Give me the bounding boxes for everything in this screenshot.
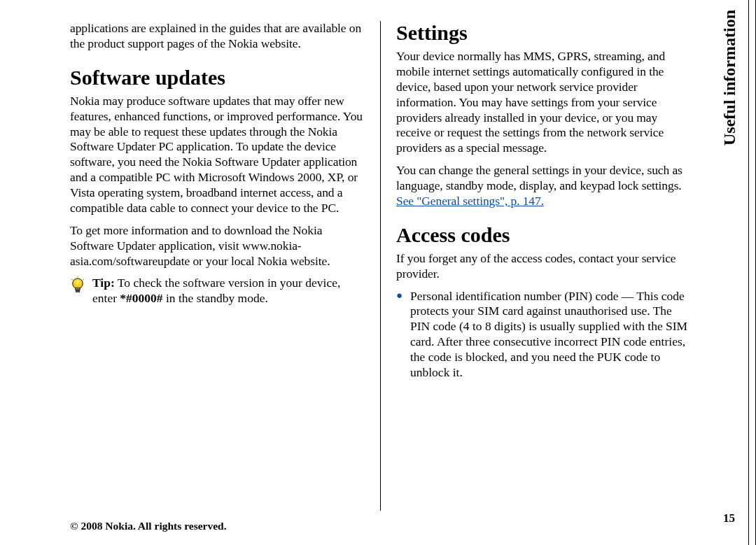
svg-line-3 xyxy=(71,279,74,281)
svg-rect-1 xyxy=(76,288,80,290)
svg-rect-2 xyxy=(76,290,80,292)
settings-para-1: Your device normally has MMS, GPRS, stre… xyxy=(396,49,690,156)
left-column: applications are explained in the guides… xyxy=(70,21,380,511)
tip-text: Tip: To check the software version in yo… xyxy=(92,276,365,306)
lightbulb-icon xyxy=(70,276,85,296)
right-column: Settings Your device normally has MMS, G… xyxy=(380,21,690,511)
content-columns: applications are explained in the guides… xyxy=(70,21,697,511)
heading-access-codes: Access codes xyxy=(396,223,690,247)
copyright: © 2008 Nokia. All rights reserved. xyxy=(70,520,227,532)
svg-point-0 xyxy=(73,278,83,289)
settings-para-2a: You can change the general settings in y… xyxy=(396,163,682,192)
tip-code: *#0000# xyxy=(120,291,162,305)
heading-software-updates: Software updates xyxy=(70,66,365,90)
heading-settings: Settings xyxy=(396,21,690,45)
tip-label: Tip: xyxy=(92,276,115,290)
side-tab-label: Useful information xyxy=(720,10,739,146)
side-tab: Useful information xyxy=(715,6,743,229)
access-bullets: Personal identification number (PIN) cod… xyxy=(396,289,690,381)
access-para-1: If you forget any of the access codes, c… xyxy=(396,251,690,282)
tip-callout: Tip: To check the software version in yo… xyxy=(70,276,365,306)
svg-line-4 xyxy=(82,279,84,281)
page-edge-rules xyxy=(743,0,756,545)
software-para-2: To get more information and to download … xyxy=(70,223,365,269)
page-number: 15 xyxy=(723,511,735,525)
general-settings-link[interactable]: See "General settings", p. 147. xyxy=(396,194,544,208)
settings-para-2: You can change the general settings in y… xyxy=(396,163,690,209)
list-item: Personal identification number (PIN) cod… xyxy=(396,289,690,381)
tip-body-b: in the standby mode. xyxy=(163,291,268,305)
intro-para: applications are explained in the guides… xyxy=(70,21,365,52)
manual-page: applications are explained in the guides… xyxy=(0,0,756,545)
software-para-1: Nokia may produce software updates that … xyxy=(70,94,365,216)
